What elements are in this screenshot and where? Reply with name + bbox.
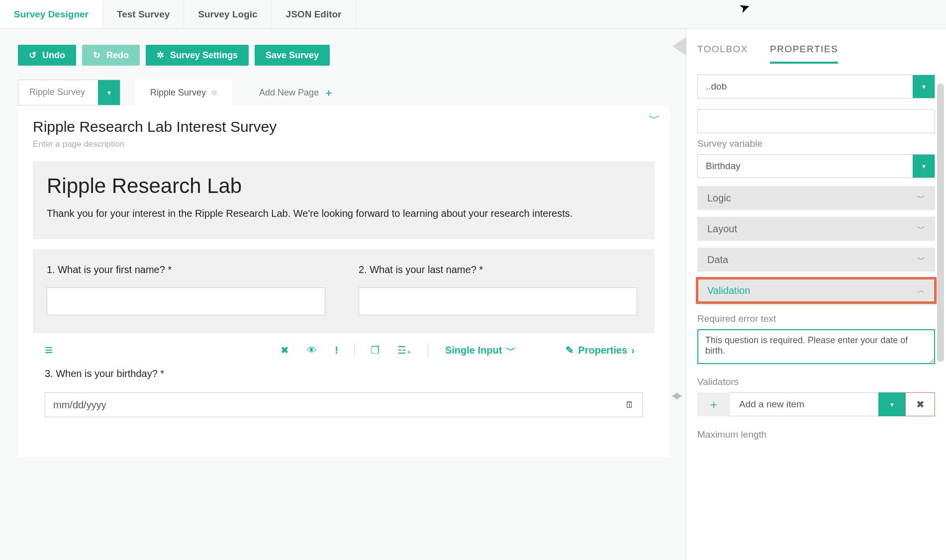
accordion-layout[interactable]: Layout ﹀ <box>697 217 935 241</box>
element-selector[interactable]: ..dob ▾ <box>697 75 935 98</box>
properties-scrollbar[interactable] <box>937 84 944 362</box>
undo-label: Undo <box>42 50 65 61</box>
tab-survey-designer[interactable]: Survey Designer <box>0 0 103 28</box>
chevron-down-icon: ﹀ <box>917 224 925 234</box>
accordion-logic-label: Logic <box>707 192 731 204</box>
drag-handle-icon[interactable]: ≡ <box>45 342 53 358</box>
properties-label: Properties <box>578 345 627 356</box>
required-error-label: Required error text <box>697 313 935 324</box>
accordion-layout-label: Layout <box>707 223 737 235</box>
action-toolbar: ↺ Undo ↻ Redo ✲ Survey Settings Save Sur… <box>18 45 686 66</box>
survey-variable-value: Birthday <box>698 155 913 178</box>
side-panel: ◀▶ TOOLBOX PROPERTIES ..dob ▾ Survey var… <box>686 29 946 560</box>
undo-button[interactable]: ↺ Undo <box>18 45 76 66</box>
add-validator-text[interactable]: Add a new item <box>730 392 878 416</box>
designer-area: ↺ Undo ↻ Redo ✲ Survey Settings Save Sur… <box>0 29 686 560</box>
survey-variable-label: Survey variable <box>697 138 935 149</box>
chevron-down-icon: ﹀ <box>917 255 925 265</box>
accordion-logic[interactable]: Logic ﹀ <box>697 186 935 210</box>
required-icon[interactable]: ! <box>328 345 345 356</box>
chevron-down-icon: ﹀ <box>506 344 516 357</box>
chevron-right-icon: › <box>631 345 635 356</box>
q2-label: 2. What is your last name? * <box>359 264 641 276</box>
save-survey-button[interactable]: Save Survey <box>255 45 330 66</box>
copy-icon[interactable]: ❐ <box>364 344 386 356</box>
q2-input[interactable] <box>359 287 637 315</box>
q1-label: 1. What is your first name? * <box>47 264 329 276</box>
chevron-up-icon: ︿ <box>917 285 925 296</box>
tab-properties[interactable]: PROPERTIES <box>770 44 838 64</box>
question-row-names[interactable]: 1. What is your first name? * 2. What is… <box>33 249 655 333</box>
top-tab-bar: Survey Designer Test Survey Survey Logic… <box>0 0 946 29</box>
chevron-down-icon: ▾ <box>107 89 111 96</box>
toolbar-divider <box>354 343 355 357</box>
element-selector-value: ..dob <box>698 75 913 98</box>
collapse-page-icon[interactable]: ﹀ <box>649 110 661 126</box>
calendar-icon[interactable]: 🗓 <box>625 400 634 410</box>
properties-body: ..dob ▾ Survey variable Birthday ▾ Logic… <box>686 64 946 560</box>
settings-label: Survey Settings <box>170 50 238 61</box>
plus-icon: ＋ <box>708 396 720 412</box>
tab-test-survey[interactable]: Test Survey <box>103 0 184 28</box>
intro-body: Thank you for your interest in the Rippl… <box>47 208 641 219</box>
accordion-data[interactable]: Data ﹀ <box>697 248 935 272</box>
date-placeholder: mm/dd/yyyy <box>53 399 106 411</box>
max-length-label: Maximum length <box>697 429 935 440</box>
q1-input[interactable] <box>47 287 325 315</box>
save-label: Save Survey <box>266 50 319 61</box>
page-tab-label: Ripple Survey <box>150 88 206 98</box>
add-validator-button[interactable]: ＋ <box>697 392 730 416</box>
plus-icon: ＋ <box>324 86 334 99</box>
survey-settings-button[interactable]: ✲ Survey Settings <box>146 45 249 66</box>
accordion-validation[interactable]: Validation ︿ <box>697 279 935 302</box>
page-description-placeholder[interactable]: Enter a page description <box>33 139 655 149</box>
question-type-dropdown[interactable]: Single Input ﹀ <box>437 344 524 357</box>
survey-select-dropdown[interactable]: Ripple Survey ▾ <box>18 80 120 105</box>
page-tab-current[interactable]: Ripple Survey ✲ <box>135 80 232 105</box>
validator-type-dropdown[interactable]: ▾ <box>878 392 905 416</box>
selected-question-toolbar: ≡ ✖ 👁 ! ❐ ☲₊ Single Input ﹀ ✎ Prope <box>33 333 655 361</box>
chevron-down-icon: ▾ <box>922 162 926 170</box>
pencil-icon: ✎ <box>566 344 574 356</box>
survey-variable-caret[interactable]: ▾ <box>913 155 935 178</box>
chevron-down-icon: ▾ <box>890 400 894 408</box>
q3-container[interactable]: 3. When is your birthday? * mm/dd/yyyy 🗓 <box>33 361 655 437</box>
element-selector-caret[interactable]: ▾ <box>913 75 935 98</box>
delete-validator-button[interactable]: ✖ <box>905 392 935 416</box>
delete-question-icon[interactable]: ✖ <box>274 344 296 356</box>
add-page-label: Add New Page <box>259 88 319 98</box>
chevron-down-icon: ﹀ <box>917 193 925 203</box>
validators-label: Validators <box>697 376 935 387</box>
design-surface: ﹀ .surface-caret{font-family:sans-serif;… <box>18 105 669 457</box>
gear-icon: ✲ <box>157 50 164 61</box>
intro-panel[interactable]: Ripple Research Lab Thank you for your i… <box>33 161 655 239</box>
autocomplete-input[interactable] <box>697 109 935 133</box>
visibility-icon[interactable]: 👁 <box>300 345 324 356</box>
question-type-label: Single Input <box>445 345 502 356</box>
page-title[interactable]: Ripple Research Lab Interest Survey <box>33 118 655 135</box>
close-icon: ✖ <box>916 398 925 410</box>
toolbar-divider <box>428 343 428 357</box>
tab-json-editor[interactable]: JSON Editor <box>272 0 356 28</box>
redo-label: Redo <box>106 50 129 61</box>
survey-variable-select[interactable]: Birthday ▾ <box>697 154 935 178</box>
accordion-validation-label: Validation <box>707 285 750 296</box>
panel-resize-handle[interactable]: ◀▶ <box>671 390 679 401</box>
redo-button[interactable]: ↻ Redo <box>82 45 140 66</box>
validators-row: ＋ Add a new item ▾ ✖ <box>697 392 935 416</box>
page-tab-add[interactable]: Add New Page ＋ <box>244 80 349 105</box>
intro-heading: Ripple Research Lab <box>47 174 641 198</box>
tab-survey-logic[interactable]: Survey Logic <box>184 0 272 28</box>
q3-date-input[interactable]: mm/dd/yyyy 🗓 <box>45 392 643 417</box>
page-tab-row: Ripple Survey ▾ Ripple Survey ✲ Add New … <box>18 80 686 105</box>
tab-toolbox[interactable]: TOOLBOX <box>697 44 748 64</box>
gear-icon[interactable]: ✲ <box>211 88 217 97</box>
open-properties-button[interactable]: ✎ Properties › <box>558 344 643 356</box>
survey-select-label: Ripple Survey <box>18 80 98 105</box>
redo-icon: ↻ <box>93 50 100 61</box>
survey-select-caret[interactable]: ▾ <box>98 80 120 105</box>
add-to-toolbox-icon[interactable]: ☲₊ <box>390 344 419 356</box>
side-panel-tabs: TOOLBOX PROPERTIES <box>686 29 946 64</box>
accordion-data-label: Data <box>707 254 728 266</box>
required-error-textarea[interactable] <box>697 329 935 364</box>
